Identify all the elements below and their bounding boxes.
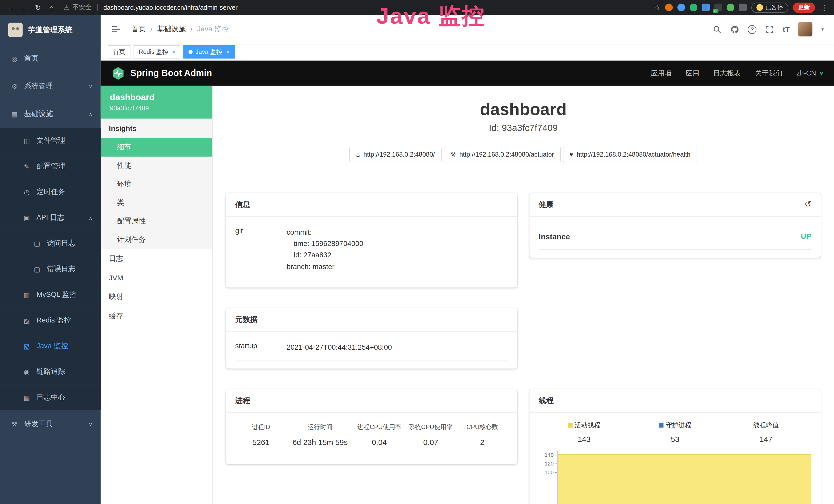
health-card: 健康 ↺ Instance UP [529,193,821,257]
sidebar-item-access-logs[interactable]: ▢ 访问日志 [0,231,101,256]
process-col-proc-cpu: 进程CPU使用率 0.04 [353,423,405,446]
process-card: 进程 进程ID 5261 运行时间 [226,389,517,464]
sidebar-item-dev-tools[interactable]: ⚒ 研发工具 ∨ [0,410,101,438]
legend-live-threads: 活动线程 143 [539,421,630,443]
app-sidebar: 芋道管理系统 ◎ 首页 ⚙ 系统管理 ∨ ▤ 基础设施 ∧ ◫ 文件管理 ✎ [0,15,101,504]
extension-icon-1[interactable] [665,4,673,11]
service-url-button[interactable]: ⌂ http://192.168.0.2:48080/ [350,146,441,162]
github-icon[interactable] [730,25,739,33]
legend-label: 线程峰值 [753,421,779,430]
live-threads-area [558,454,811,504]
metadata-card-title: 元数据 [235,315,258,324]
browser-menu-icon[interactable]: ⋮ [820,3,829,12]
sidebar-item-tracing[interactable]: ◉ 链路追踪 [0,359,101,385]
extension-icon-2[interactable] [677,4,685,11]
sba-item-jvm[interactable]: JVM [101,269,212,287]
y-tick-label: 140 [545,452,553,458]
tag-java-monitor[interactable]: Java 监控 × [184,45,235,59]
sidebar-item-system-mgmt[interactable]: ⚙ 系统管理 ∨ [0,72,101,100]
column-header: 运行时间 [287,423,353,432]
sidebar-item-log-center[interactable]: ▦ 日志中心 [0,385,101,410]
sba-nav-applications[interactable]: 应用 [685,69,699,78]
sba-nav-wall[interactable]: 应用墙 [651,69,672,78]
update-button[interactable]: 更新 [793,2,815,13]
sidebar-item-api-logs[interactable]: ▣ API 日志 ∧ [0,205,101,231]
info-key: git [235,226,287,234]
topbar-right: ? tT ▾ [713,22,824,37]
emoji-face-icon [756,4,763,11]
git-branch-line: branch: master [287,260,508,272]
font-size-icon[interactable]: tT [783,25,790,33]
sidebar-item-config-mgmt[interactable]: ✎ 配置管理 [0,154,101,179]
sidebar-item-label: 日志中心 [37,393,65,402]
sidebar-item-label: 错误日志 [47,265,75,274]
sidebar-item-home[interactable]: ◎ 首页 [0,45,101,72]
cell-value: 0.04 [353,438,405,446]
extension-icon-proxy[interactable]: on [714,4,722,11]
metadata-card: 元数据 startup 2021-04-27T00:44:31.254+08:0… [226,308,517,368]
sba-logo-icon [111,66,125,81]
sidebar-item-redis-monitor[interactable]: ▨ Redis 监控 [0,307,101,333]
actuator-url-button[interactable]: ⚒ http://192.168.0.2:48080/actuator [444,146,561,162]
sidebar-item-java-monitor[interactable]: ▧ Java 监控 [0,333,101,359]
app-logo[interactable]: 芋道管理系统 [0,15,101,45]
close-icon[interactable]: × [172,49,175,55]
breadcrumb-infrastructure[interactable]: 基础设施 [157,25,186,34]
sidebar-item-error-logs[interactable]: ▢ 错误日志 [0,256,101,282]
breadcrumb-home[interactable]: 首页 [132,25,146,34]
sba-nav-journal[interactable]: 日志报表 [713,69,741,78]
sba-nav-about[interactable]: 关于我们 [755,69,783,78]
security-label[interactable]: 不安全 [72,3,91,12]
help-icon[interactable]: ? [748,25,757,33]
extension-icon-6[interactable] [726,4,734,11]
sba-item-caches[interactable]: 缓存 [101,306,212,326]
home-button[interactable]: ⌂ [45,1,58,14]
extension-icon-4[interactable] [702,4,709,11]
reload-button[interactable]: ↻ [32,1,44,14]
sba-item-performance[interactable]: 性能 [101,157,212,175]
extension-icon-3[interactable] [689,4,697,11]
sba-item-mappings[interactable]: 映射 [101,287,212,306]
info-card-header: 信息 [226,193,517,216]
health-url-button[interactable]: ♥ http://192.168.0.2:48080/actuator/heal… [563,146,697,162]
tag-home[interactable]: 首页 [108,45,130,59]
sidebar-item-file-mgmt[interactable]: ◫ 文件管理 [0,128,101,154]
close-icon[interactable]: × [226,49,229,55]
sba-item-logs[interactable]: 日志 [101,249,212,269]
url-text[interactable]: dashboard.yudao.iocoder.cn/infra/admin-s… [103,4,237,11]
git-commit-line: commit: [287,226,508,238]
hamburger-icon[interactable] [111,24,121,35]
extension-icon-7[interactable] [739,4,746,11]
bookmark-star-icon[interactable]: ☆ [654,4,660,11]
sidebar-item-scheduled-jobs[interactable]: ◷ 定时任务 [0,179,101,205]
sba-item-details[interactable]: 细节 [101,138,212,157]
sidebar-item-mysql-monitor[interactable]: ▥ MySQL 监控 [0,282,101,307]
sba-instance-header[interactable]: dashboard 93a3fc7f7409 [101,86,212,119]
tag-redis-monitor[interactable]: Redis 监控 × [134,45,180,59]
screen: Java 监控 ← → ↻ ⌂ ⚠ 不安全 dashboard.yudao.io… [0,0,834,504]
address-bar[interactable]: ⚠ 不安全 dashboard.yudao.iocoder.cn/infra/a… [64,3,238,12]
sba-brand[interactable]: Spring Boot Admin [111,66,212,81]
forward-button[interactable]: → [19,1,31,14]
history-icon[interactable]: ↺ [805,200,811,208]
sba-item-environment[interactable]: 环境 [101,175,212,193]
user-avatar[interactable] [798,22,813,37]
caret-down-icon[interactable]: ▾ [821,27,824,32]
paused-badge[interactable]: 已暂停 [751,2,788,13]
metadata-card-header: 元数据 [226,308,517,332]
legend-daemon-threads: 守护进程 53 [630,421,721,443]
back-button[interactable]: ← [5,1,18,14]
sba-section-insights[interactable]: Insights [101,119,212,138]
legend-peak-threads: 线程峰值 147 [721,421,811,443]
fullscreen-icon[interactable] [765,25,774,33]
sba-item-scheduled-tasks[interactable]: 计划任务 [101,231,212,249]
health-instance-row[interactable]: Instance UP [539,224,811,249]
cell-value: 0.07 [405,438,456,446]
instance-title: dashboard [226,99,821,119]
sidebar-item-infrastructure[interactable]: ▤ 基础设施 ∧ [0,100,101,128]
sba-locale-select[interactable]: zh-CN ∨ [796,69,824,77]
search-icon[interactable] [713,25,722,33]
sba-item-classes[interactable]: 类 [101,193,212,212]
sba-item-config-props[interactable]: 配置属性 [101,212,212,231]
sidebar-item-label: 访问日志 [47,239,75,248]
